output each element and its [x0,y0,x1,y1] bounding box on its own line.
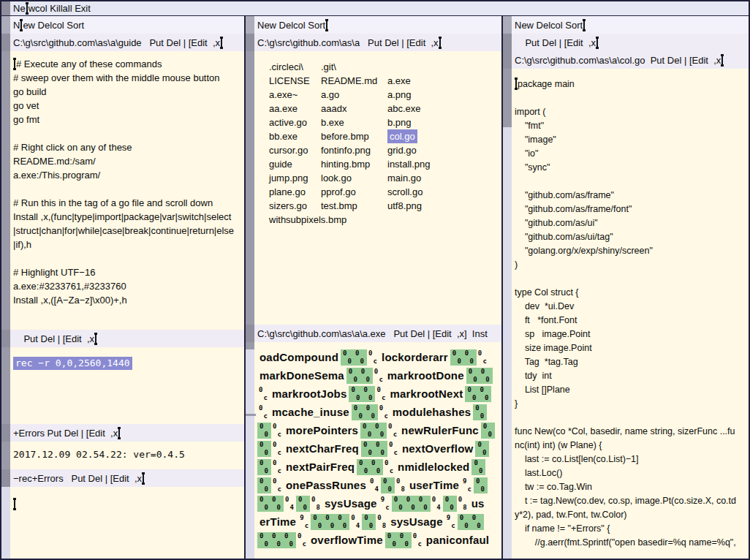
file-entry[interactable]: aaadx [321,102,387,116]
column-tag-text[interactable]: N [13,20,20,31]
window-layout-box[interactable] [1,330,10,347]
column-tag-text[interactable]: New Delcol Sort [257,20,325,31]
file-entry[interactable]: a.exe [387,74,411,88]
file-entry[interactable]: pprof.go [321,185,387,199]
file-entry[interactable]: scroll.go [387,185,423,199]
hex-byte-glyph: 0c [379,406,389,419]
window-tag-text[interactable]: +Errors Put Del | [Edit ,x [13,428,118,439]
window-layout-box[interactable] [1,424,10,442]
file-entry[interactable]: withsubpixels.bmp [269,213,321,227]
text-body[interactable] [10,487,244,559]
file-entry[interactable]: active.go [269,116,321,129]
file-entry[interactable]: cursor.go [269,143,321,157]
scrollbar-thumb[interactable] [246,51,254,325]
scrollbar-thumb[interactable] [1,51,10,330]
text-cursor [221,38,222,48]
file-entry[interactable]: abc.exe [387,102,421,116]
file-entry[interactable]: main.go [387,171,421,185]
main-menu-tag[interactable]: Newcol Killall Exit [10,3,91,14]
column-layout-box[interactable] [1,16,10,34]
main-tag-bar[interactable]: Newcol Killall Exit [1,1,749,16]
window-layout-box[interactable] [1,469,10,487]
window-guide-tag[interactable]: C:\g\src\github.com\as\a\guide Put Del |… [1,34,244,51]
text-body[interactable]: rec −r 0,0,2560,1440 [10,347,244,424]
hex-byte-glyph: 00 [387,534,397,547]
window-tag-text[interactable]: C:\g\src\github.com\as\a Put Del | [Edit… [257,37,439,48]
scrollbar[interactable] [1,347,10,424]
column-tag[interactable]: New Delcol Sort [512,20,586,31]
window-tag-text[interactable]: −rec+Errors Put Del | [Edit ,x [13,473,142,484]
window-layout-box[interactable] [246,325,254,342]
window-layout-box[interactable] [503,34,512,51]
scrollbar-thumb[interactable] [503,69,512,127]
text-body[interactable]: package mainimport ( "fmt" "image" "io" … [512,69,749,559]
file-entry[interactable]: b.exe [321,116,387,129]
column-tag[interactable]: New Delcol Sort [10,20,84,31]
window-layout-box[interactable] [246,34,254,51]
file-entry[interactable]: .git\ [321,60,387,74]
scrollbar[interactable] [503,69,512,559]
resize-handle[interactable] [246,414,256,416]
file-entry[interactable]: look.go [321,171,387,185]
scrollbar[interactable] [1,487,10,559]
window-tag-text[interactable]: C:\g\src\github.com\as\a\guide Put Del |… [13,37,220,48]
file-entry[interactable]: grid.go [387,143,417,157]
window-layout-box[interactable] [1,34,10,51]
file-entry[interactable]: a.go [321,88,387,102]
file-entry[interactable]: README.md [321,74,387,88]
column-right-header[interactable]: New Delcol Sort [503,16,749,34]
file-entry[interactable]: guide [269,157,321,171]
file-entry[interactable]: test.bmp [321,199,387,213]
hex-byte-glyph: 08 [396,479,406,492]
window-errors-tag[interactable]: +Errors Put Del | [Edit ,x [1,424,244,442]
file-entry[interactable]: .circleci\ [269,60,321,74]
file-entry[interactable]: LICENSE [269,74,321,88]
main-layout-box[interactable] [1,1,10,15]
window-scratch-tag[interactable]: Put Del | [Edit ,x [1,330,244,347]
file-entry[interactable]: utf8.png [387,199,422,213]
file-entry[interactable]: b.png [387,116,412,129]
file-entry[interactable]: jump.png [269,171,321,185]
file-entry[interactable]: bb.exe [269,129,321,143]
window-directory-tag[interactable]: C:\g\src\github.com\as\a Put Del | [Edit… [246,34,501,51]
column-tag-text[interactable]: ew Delcol Sort [23,20,84,31]
file-entry[interactable]: aa.exe [269,102,321,116]
file-entry[interactable]: sizers.go [269,199,321,213]
column-tag-text[interactable]: New Delcol Sort [515,20,583,31]
scrollbar[interactable] [246,51,254,325]
text-body[interactable]: # Execute any of these commands# sweep o… [10,51,244,330]
scrollbar-thumb[interactable] [1,442,10,469]
window-colgo-tag[interactable]: C:\g\src\github.com\as\a\col.go Put Del … [503,51,749,69]
window-layout-box[interactable] [503,51,512,69]
window-rec-errors-tag[interactable]: −rec+Errors Put Del | [Edit ,x [1,469,244,487]
scrollbar[interactable] [1,51,10,330]
file-entry[interactable]: install.png [387,157,431,171]
column-tag[interactable]: New Delcol Sort [254,20,328,31]
window-tag-text[interactable]: Put Del | [Edit ,x [13,333,94,344]
window-tag-text[interactable]: Put Del | [Edit ,x [515,37,596,48]
scrollbar[interactable] [1,442,10,469]
file-entry[interactable]: a.png [387,88,412,102]
file-entry[interactable]: hinting.bmp [321,157,387,171]
file-entry[interactable]: col.go [387,129,417,143]
column-middle-header[interactable]: New Delcol Sort [246,16,501,34]
file-entry[interactable]: fontinfo.png [321,143,387,157]
scrollbar-thumb[interactable] [1,347,10,424]
window-aexe-tag[interactable]: C:\g\src\github.com\as\a\a.exe Put Del |… [246,325,501,342]
file-entry[interactable]: plane.go [269,185,321,199]
window-empty-tag[interactable]: Put Del | [Edit ,x [503,34,749,51]
hex-dump-body[interactable]: oadCompound00000clockorderarr00000cmarkD… [254,342,501,559]
window-tag-text[interactable]: C:\g\src\github.com\as\a\a.exe Put Del |… [257,328,488,339]
scrollbar[interactable] [246,342,254,559]
file-entry[interactable]: a.exe~ [269,88,321,102]
column-layout-box[interactable] [503,16,512,34]
scrollbar-thumb[interactable] [246,342,254,349]
column-left-header[interactable]: New Delcol Sort [1,16,244,34]
column-layout-box[interactable] [246,16,254,34]
main-tag-text[interactable]: wcol Killall Exit [29,3,91,14]
text-body[interactable]: 2017.12.09 02.54.22: ver=0.4.5 [10,442,244,469]
window-tag-text[interactable]: C:\g\src\github.com\as\a\col.go Put Del … [515,55,721,66]
main-tag-text[interactable]: Ne [13,3,26,14]
file-entry[interactable]: before.bmp [321,129,387,143]
file-listing[interactable]: .circleci\.git\LICENSEREADME.mda.exea.ex… [254,51,501,325]
